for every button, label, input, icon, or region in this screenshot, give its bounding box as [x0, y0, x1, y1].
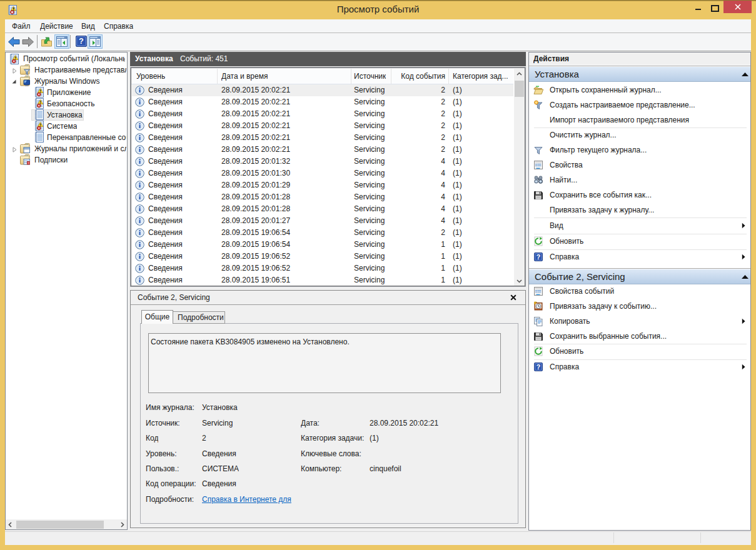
svg-text:?: ?: [79, 36, 84, 46]
svg-text:?: ?: [537, 253, 540, 261]
svg-text:?: ?: [537, 363, 540, 371]
